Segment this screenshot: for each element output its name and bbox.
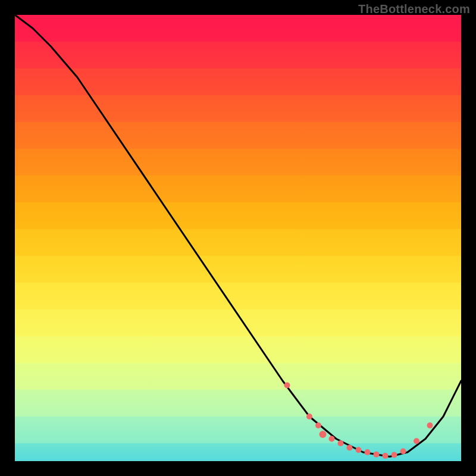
dot (315, 422, 321, 428)
dot (356, 447, 362, 453)
dot (284, 383, 290, 389)
chart-frame: TheBottleneck.com (0, 0, 476, 476)
dot (338, 440, 344, 446)
dot (427, 422, 433, 428)
highlight-dots (284, 383, 433, 459)
dot (383, 453, 389, 459)
dot (320, 431, 327, 438)
dot (329, 436, 335, 442)
watermark-text: TheBottleneck.com (358, 2, 470, 16)
dot (400, 449, 406, 455)
dot (374, 452, 380, 458)
dot (414, 438, 419, 444)
dot (347, 445, 353, 451)
bottleneck-curve (15, 15, 461, 457)
chart-overlay (15, 15, 461, 461)
dot (306, 414, 312, 419)
dot (392, 452, 397, 458)
dot (365, 449, 371, 455)
